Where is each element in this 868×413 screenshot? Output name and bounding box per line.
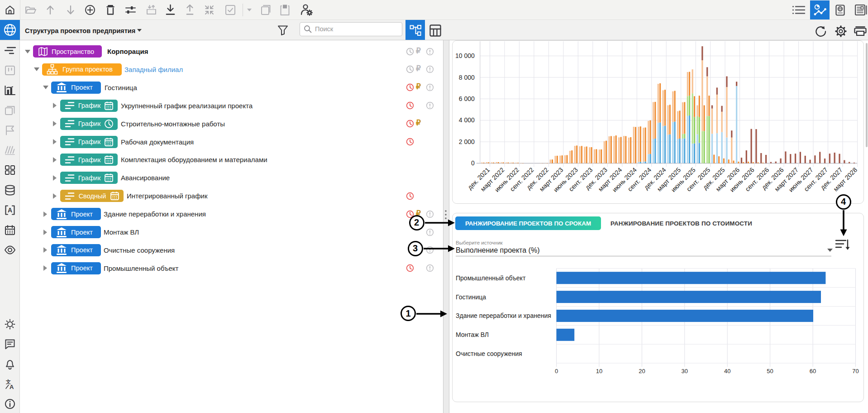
svg-text:30: 30 (682, 368, 688, 375)
svg-text:Гостиница: Гостиница (456, 293, 486, 301)
svg-text:A: A (8, 206, 12, 214)
svg-text:6 000: 6 000 (459, 95, 475, 102)
svg-text:Монтаж ВЛ: Монтаж ВЛ (456, 331, 489, 338)
svg-text:Очистные сооружения: Очистные сооружения (456, 350, 522, 357)
svg-text:60: 60 (810, 368, 816, 375)
svg-text:40: 40 (724, 368, 730, 375)
svg-text:0: 0 (471, 159, 475, 167)
svg-text:A: A (10, 384, 14, 390)
svg-text:10 000: 10 000 (455, 52, 475, 59)
svg-text:50: 50 (767, 368, 773, 375)
svg-text:8 000: 8 000 (459, 74, 475, 81)
svg-text:Здание переработки и хранения: Здание переработки и хранения (456, 312, 551, 319)
svg-text:Промышленный объект: Промышленный объект (456, 274, 526, 282)
svg-text:10: 10 (596, 368, 602, 375)
svg-text:0: 0 (555, 368, 558, 375)
svg-text:2 000: 2 000 (459, 138, 475, 145)
svg-text:4 000: 4 000 (459, 116, 475, 124)
svg-text:70: 70 (852, 368, 858, 375)
svg-text:20: 20 (639, 368, 645, 375)
